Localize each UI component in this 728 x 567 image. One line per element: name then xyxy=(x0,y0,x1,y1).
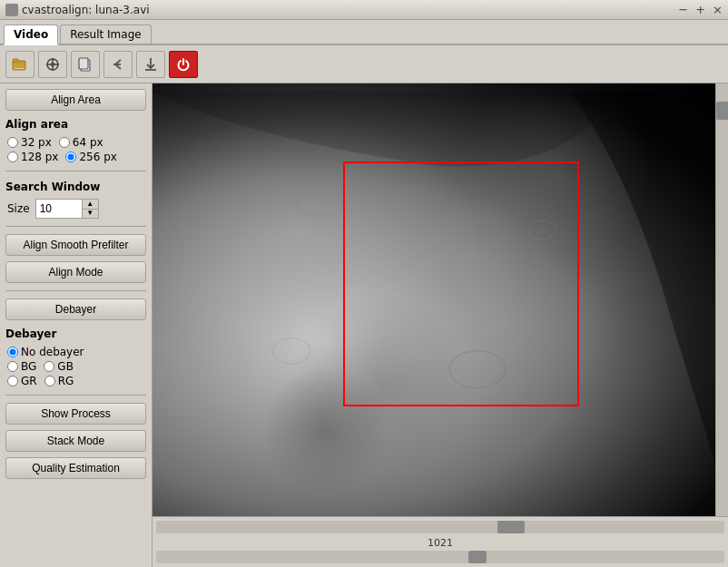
show-process-button[interactable]: Show Process xyxy=(5,403,146,425)
horizontal-scrollbar-2-thumb[interactable] xyxy=(468,551,487,563)
search-window-label: Search Window xyxy=(5,181,146,193)
scrollbar-area: 1021 xyxy=(152,516,728,567)
spinbox-down-button[interactable]: ▼ xyxy=(83,210,98,219)
stack-mode-button[interactable]: Stack Mode xyxy=(5,430,146,452)
debayer-label: Debayer xyxy=(5,327,146,340)
svg-point-15 xyxy=(273,337,310,364)
quality-estimation-button[interactable]: Quality Estimation xyxy=(5,457,146,479)
svg-rect-8 xyxy=(79,58,88,69)
align-area-label: Align area xyxy=(5,118,146,131)
spinbox-up-button[interactable]: ▲ xyxy=(83,200,98,210)
svg-rect-2 xyxy=(15,68,24,69)
horizontal-scrollbar-2[interactable] xyxy=(156,551,724,563)
power-button[interactable] xyxy=(169,51,198,78)
radio-bg[interactable]: BG xyxy=(7,360,36,373)
crosshair-button[interactable] xyxy=(38,51,67,78)
close-button[interactable]: × xyxy=(713,3,723,16)
tabbar: Video Result Image xyxy=(0,20,728,45)
size-input[interactable] xyxy=(36,200,82,218)
vertical-scrollbar[interactable] xyxy=(715,83,728,516)
debayer-row-2: GR RG xyxy=(7,375,146,387)
radio-no-debayer[interactable]: No debayer xyxy=(7,346,146,358)
download-button[interactable] xyxy=(136,51,165,78)
divider-3 xyxy=(5,290,146,291)
align-mode-button[interactable]: Align Mode xyxy=(5,261,146,283)
radio-rg[interactable]: RG xyxy=(44,375,74,387)
align-area-button[interactable]: Align Area xyxy=(5,89,146,111)
horizontal-scrollbar-1-thumb[interactable] xyxy=(497,521,525,533)
align-area-row-1: 32 px 64 px xyxy=(7,136,146,149)
radio-32px[interactable]: 32 px xyxy=(7,136,52,149)
divider-1 xyxy=(5,171,146,171)
open-button[interactable] xyxy=(5,51,34,78)
app-icon xyxy=(5,4,18,16)
toolbar xyxy=(0,45,728,83)
size-spinbox-row: Size ▲ ▼ xyxy=(5,199,146,219)
debayer-radio-group: No debayer BG GB GR RG xyxy=(5,346,146,387)
debayer-button[interactable]: Debayer xyxy=(5,298,146,320)
spinbox-arrows: ▲ ▼ xyxy=(82,200,98,218)
radio-gb[interactable]: GB xyxy=(44,360,74,373)
left-panel: Align Area Align area 32 px 64 px 128 px… xyxy=(0,83,152,567)
minimize-button[interactable]: − xyxy=(678,3,688,16)
tab-result-image[interactable]: Result Image xyxy=(60,24,151,44)
window-title: cvastroalign: luna-3.avi xyxy=(22,4,150,16)
back-button[interactable] xyxy=(103,51,133,78)
align-smooth-button[interactable]: Align Smooth Prefilter xyxy=(5,234,146,256)
size-spinbox[interactable]: ▲ ▼ xyxy=(35,199,99,219)
align-area-row-2: 128 px 256 px xyxy=(7,151,146,163)
radio-64px[interactable]: 64 px xyxy=(59,136,103,149)
radio-gr[interactable]: GR xyxy=(7,375,37,387)
align-area-radio-group: 32 px 64 px 128 px 256 px xyxy=(5,136,146,163)
radio-256px[interactable]: 256 px xyxy=(65,151,116,163)
copy-button[interactable] xyxy=(71,51,100,78)
window-controls: − + × xyxy=(678,3,723,16)
frame-number: 1021 xyxy=(156,537,724,549)
titlebar: cvastroalign: luna-3.avi − + × xyxy=(0,0,728,20)
maximize-button[interactable]: + xyxy=(695,3,705,16)
image-area: 1021 xyxy=(152,83,728,567)
image-canvas xyxy=(152,83,728,516)
selection-rectangle xyxy=(343,161,579,406)
moon-image xyxy=(152,83,728,516)
debayer-row-1: BG GB xyxy=(7,360,146,373)
vertical-scrollbar-thumb[interactable] xyxy=(716,102,728,120)
divider-2 xyxy=(5,226,146,227)
radio-128px[interactable]: 128 px xyxy=(7,151,58,163)
titlebar-left: cvastroalign: luna-3.avi xyxy=(5,4,150,16)
size-label: Size xyxy=(7,202,30,215)
main-layout: Align Area Align area 32 px 64 px 128 px… xyxy=(0,83,728,567)
divider-4 xyxy=(5,395,146,396)
tab-video[interactable]: Video xyxy=(4,24,58,45)
svg-point-12 xyxy=(297,189,343,217)
horizontal-scrollbar-1[interactable] xyxy=(156,521,724,533)
svg-rect-1 xyxy=(13,59,18,62)
